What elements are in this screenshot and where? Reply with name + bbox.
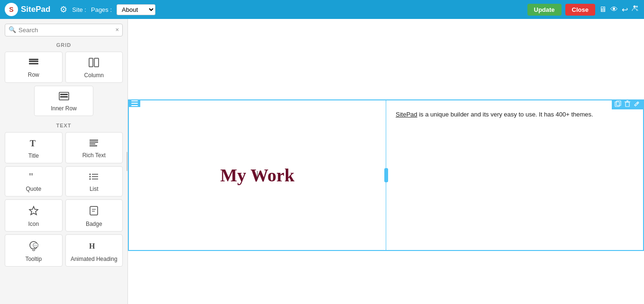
pages-select[interactable]: About Home Contact Portfolio: [117, 4, 155, 15]
svg-rect-3: [29, 63, 38, 64]
widget-badge[interactable]: Badge: [65, 199, 123, 232]
text-widget-grid: T Title Rich Text: [0, 130, 127, 270]
svg-rect-8: [60, 94, 68, 95]
svg-text:💬: 💬: [33, 242, 39, 249]
search-icon: 🔍: [9, 26, 16, 33]
widget-icon-item[interactable]: Icon: [5, 199, 63, 232]
canvas-bottom-space: [128, 256, 644, 304]
site-label: Site :: [72, 6, 86, 13]
canvas-row: My Work SitePad is a unique builder and …: [128, 99, 644, 251]
header-right: Update Close 🖥 👁 ↩: [527, 4, 639, 16]
widget-list[interactable]: List: [65, 166, 123, 197]
header: S SitePad ⚙ Site : Pages : About Home Co…: [0, 0, 644, 19]
widget-tooltip[interactable]: 💬 Tooltip: [5, 234, 63, 267]
column-label: Column: [84, 72, 104, 79]
text-cursor: [257, 171, 258, 179]
row-label: Row: [28, 72, 39, 78]
svg-point-1: [636, 6, 638, 8]
users-svg-icon: [632, 5, 639, 12]
svg-point-0: [634, 6, 636, 8]
svg-text:T: T: [30, 139, 36, 148]
svg-rect-6: [94, 58, 99, 67]
update-button[interactable]: Update: [527, 4, 562, 16]
rich-text-icon: [89, 139, 99, 150]
rich-text-label: Rich Text: [82, 152, 106, 159]
icon-widget-label: Icon: [28, 221, 39, 227]
canvas-area[interactable]: My Work SitePad is a unique builder and …: [128, 19, 644, 304]
gear-icon[interactable]: ⚙: [60, 4, 67, 15]
title-icon: T: [29, 138, 38, 150]
canvas-col-left[interactable]: My Work: [129, 100, 386, 250]
canvas-content-text: SitePad is a unique builder and its very…: [396, 110, 634, 119]
widget-quote[interactable]: " Quote: [5, 166, 63, 197]
widget-rich-text[interactable]: Rich Text: [65, 132, 123, 163]
svg-rect-4: [29, 59, 38, 60]
svg-rect-5: [89, 58, 93, 67]
widget-inner-row[interactable]: Inner Row: [34, 86, 93, 116]
tooltip-icon: 💬: [28, 241, 39, 253]
grid-widget-grid: Row Column: [0, 50, 127, 120]
list-icon: [89, 172, 99, 183]
canvas-col-right[interactable]: SitePad is a unique builder and its very…: [386, 100, 643, 250]
logo-text: SitePad: [21, 5, 50, 14]
title-label: Title: [28, 152, 39, 159]
quote-label: Quote: [26, 186, 41, 192]
quote-icon: ": [28, 172, 39, 183]
animated-heading-icon: H: [89, 241, 99, 253]
column-resize-handle[interactable]: [384, 168, 388, 182]
pages-label: Pages :: [91, 6, 112, 13]
svg-rect-9: [60, 96, 68, 98]
svg-rect-2: [29, 61, 38, 62]
users-icon[interactable]: [632, 5, 639, 14]
clear-icon[interactable]: ×: [115, 26, 119, 33]
close-button[interactable]: Close: [565, 4, 595, 16]
column-icon: [89, 58, 99, 70]
animated-heading-label: Animated Heading: [71, 256, 118, 262]
undo-icon[interactable]: ↩: [622, 5, 628, 14]
icon-widget-icon: [28, 206, 39, 218]
widget-row[interactable]: Row: [5, 52, 63, 83]
search-bar: 🔍 ×: [0, 19, 127, 39]
svg-point-18: [90, 176, 91, 178]
tooltip-label: Tooltip: [25, 256, 42, 262]
widget-title[interactable]: T Title: [5, 132, 63, 163]
logo-area: S SitePad: [5, 3, 50, 16]
canvas-top-space: [128, 19, 644, 95]
inner-row-label: Inner Row: [51, 105, 77, 112]
grid-section-label: GRID: [0, 39, 127, 50]
badge-icon: [89, 206, 99, 218]
canvas-inner: My Work SitePad is a unique builder and …: [128, 19, 644, 304]
sidebar: 🔍 × GRID Row: [0, 19, 128, 304]
list-label: List: [90, 186, 99, 192]
logo-icon: S: [5, 3, 18, 16]
svg-rect-23: [90, 206, 98, 215]
svg-point-16: [90, 174, 91, 175]
svg-text:": ": [29, 172, 33, 181]
widget-column[interactable]: Column: [65, 52, 123, 83]
preview-icon[interactable]: 👁: [610, 5, 618, 14]
row-icon: [28, 58, 39, 69]
inner-row-icon: [59, 92, 69, 103]
svg-text:H: H: [89, 242, 95, 250]
svg-marker-22: [29, 206, 38, 215]
desktop-icon[interactable]: 🖥: [599, 5, 607, 14]
text-section-label: TEXT: [0, 120, 127, 130]
badge-label: Badge: [86, 221, 102, 227]
search-input[interactable]: [5, 24, 123, 36]
main-layout: 🔍 × GRID Row: [0, 19, 644, 304]
widget-animated-heading[interactable]: H Animated Heading: [65, 234, 123, 267]
svg-point-20: [90, 179, 91, 180]
